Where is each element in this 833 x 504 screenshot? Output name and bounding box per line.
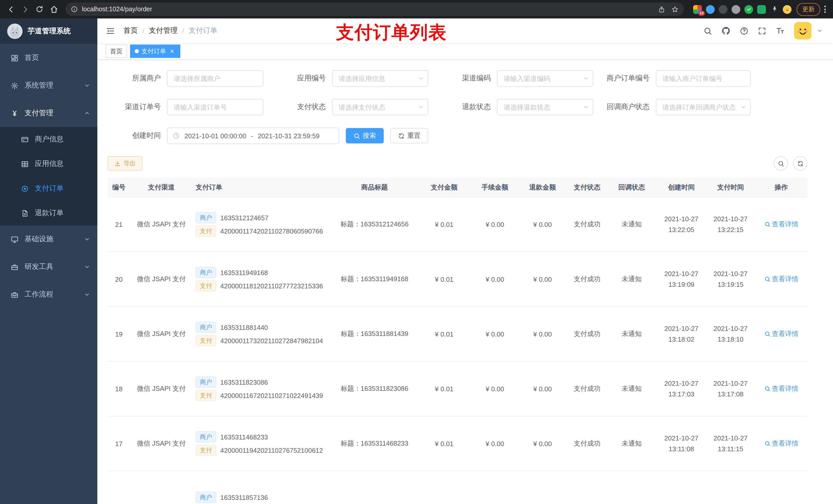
help-icon[interactable] [740,26,748,35]
merchant-order-no: 1635311468233 [220,433,268,441]
user-avatar[interactable] [794,22,811,40]
sidebar-item-infra[interactable]: 基础设施 [0,225,97,253]
view-detail-link[interactable]: 查看详情 [764,439,799,448]
app-no-select[interactable] [332,70,428,87]
sidebar-item-home[interactable]: 首页 [0,44,97,72]
breadcrumb-home[interactable]: 首页 [123,26,138,35]
pay-amount-cell: ¥ 0.01 [416,220,472,228]
view-detail-label: 查看详情 [772,329,799,339]
sidebar-item-payment[interactable]: 支付管理 [0,99,97,127]
pay-channel-cell: 微信 JSAPI 支付 [130,384,193,393]
fullscreen-icon[interactable] [758,26,766,35]
table-row: 19 微信 JSAPI 支付 商户 1635311881440 支付 42000… [108,307,807,362]
sidebar-item-pay-order[interactable]: 支付订单 [0,176,97,201]
avatar-caret-icon[interactable] [817,28,823,34]
refresh-button[interactable] [793,156,807,171]
sidebar-item-refund-order[interactable]: 退款订单 [0,201,97,225]
font-size-icon[interactable] [776,26,785,35]
col-header-pay-order: 支付订单 [193,183,333,192]
sidebar-item-system[interactable]: 系统管理 [0,72,97,99]
col-header-amount: 支付金额 [416,183,472,192]
sidebar-item-dev-tools[interactable]: 研发工具 [0,253,97,281]
pay-tag: 支付 [196,390,216,401]
sidebar-item-app-info[interactable]: 应用信息 [0,152,97,176]
browser-home-icon[interactable] [47,3,61,16]
form-item-merchant-order-no: 商户订单编号 [605,70,751,87]
magnifier-icon [764,440,770,447]
notify-status-cell: 未通知 [606,384,657,393]
merchant-order-no: 1635311857136 [220,494,268,501]
col-header-notify: 回调状态 [606,183,657,192]
reset-button[interactable]: 重置 [390,128,428,143]
create-time-cell: 2021-10-27 13:11:08 [657,433,706,455]
extension-blue-icon[interactable] [706,5,715,14]
pay-time-cell: 2021-10-27 13:19:15 [706,268,755,290]
sidebar-item-merchant-info[interactable]: 商户信息 [0,127,97,152]
view-detail-label: 查看详情 [772,384,799,393]
channel-order-no-input[interactable] [167,99,263,115]
pay-status-select[interactable] [332,99,428,115]
tab-pay-order[interactable]: 支付订单 [130,45,180,58]
table-toolbar: 导出 [108,156,807,171]
notify-status-select[interactable] [656,99,751,115]
bookmark-star-icon[interactable] [669,3,681,15]
url-text: localhost:1024/pay/order [82,6,651,13]
search-icon[interactable] [704,26,712,35]
channel-code-select[interactable] [497,70,593,87]
extensions-puzzle-icon[interactable]: 10 [693,5,702,14]
pin-icon[interactable] [770,5,779,14]
browser-back-icon[interactable] [4,3,18,16]
chevron-down-icon [84,236,90,242]
github-icon[interactable] [721,26,731,35]
browser-menu-icon[interactable] [821,6,829,13]
refund-status-select[interactable] [497,99,593,115]
export-button[interactable]: 导出 [108,156,142,171]
extension-gray-icon[interactable] [732,5,740,14]
view-detail-link[interactable]: 查看详情 [764,220,799,229]
form-item-app-no: 应用编号 [282,70,428,87]
field-label: 回调商户状态 [605,102,656,112]
pay-time-cell: 2021-10-27 13:22:15 [706,213,755,235]
sidebar-toggle-icon[interactable] [105,26,115,35]
browser-update-button[interactable]: 更新 [796,3,820,16]
screenshot-root: localhost:1024/pay/order 10 [0,0,833,504]
view-detail-label: 查看详情 [772,439,799,448]
site-info-icon[interactable] [71,6,78,13]
merchant-select[interactable] [167,70,263,87]
merchant-order-no-input[interactable] [656,70,751,87]
create-time-cell: 2021-10-27 13:17:03 [657,378,706,400]
profile-avatar-icon[interactable] [783,5,791,14]
col-header-action: 操作 [755,183,807,192]
extension-green-check-icon[interactable] [744,5,753,14]
toggle-search-button[interactable] [774,156,788,171]
extension-dark-icon[interactable] [719,5,728,14]
view-detail-link[interactable]: 查看详情 [764,274,799,284]
form-item-pay-status: 支付状态 [282,99,428,115]
sidebar-item-label: 工作流程 [25,290,53,299]
merchant-tag: 商户 [196,267,216,278]
notify-status-cell: 未通知 [606,274,657,284]
table-grid-icon [21,160,29,168]
merchant-order-no: 1635312124657 [220,214,268,221]
page-content: 所属商户 应用编号 渠道编码 [97,60,833,504]
share-icon[interactable] [655,3,668,15]
order-id-cell: 18 [108,385,130,392]
view-detail-link[interactable]: 查看详情 [764,329,799,339]
tab-home[interactable]: 首页 [105,45,127,58]
browser-reload-icon[interactable] [33,3,46,16]
pay-amount-cell: ¥ 0.01 [416,385,472,392]
browser-forward-icon[interactable] [19,3,32,16]
view-detail-link[interactable]: 查看详情 [764,384,799,393]
gear-icon [10,81,19,90]
sidebar-item-workflow[interactable]: 工作流程 [0,281,97,308]
create-time-cell: 2021-10-27 13:18:02 [657,323,706,345]
browser-address-bar[interactable]: localhost:1024/pay/order [66,3,684,16]
extension-green-square-icon[interactable] [757,5,766,14]
notify-status-cell: 未通知 [606,329,657,339]
create-time-range-picker[interactable]: 2021-10-01 00:00:00 - 2021-10-31 23:59:5… [167,127,339,144]
col-header-fee: 手续金额 [472,183,518,192]
refund-amount-cell: ¥ 0.00 [518,220,568,228]
close-icon[interactable] [169,48,176,55]
pay-channel-cell: 微信 JSAPI 支付 [130,274,193,284]
search-button[interactable]: 搜索 [346,128,384,143]
